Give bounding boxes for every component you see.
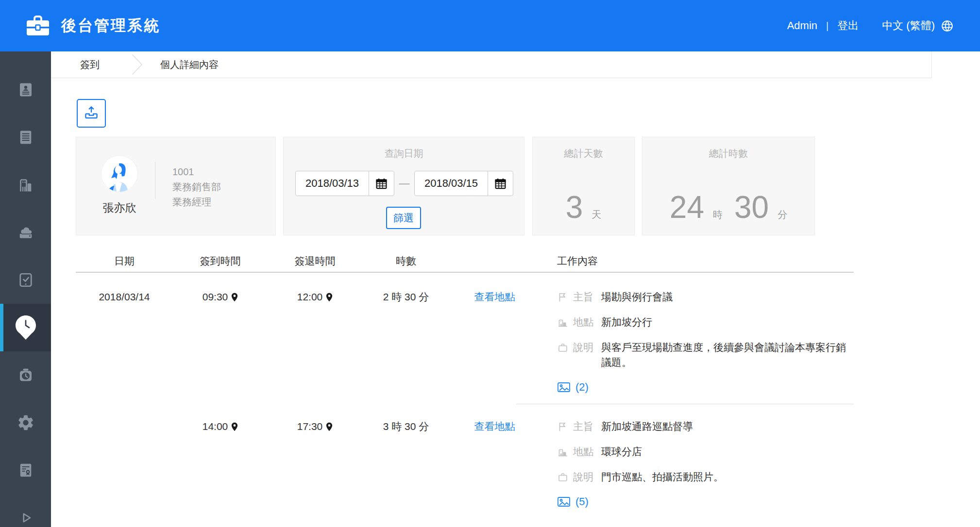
attendance-table: 日期 簽到時間 簽退時間 時數 工作內容 2018/03/14 09:30 12… <box>76 252 854 518</box>
employee-department: 業務銷售部 <box>172 180 221 195</box>
description-line: 說明 與客戶至現場勘查進度，後續參與會議討論本專案行銷議題。 <box>557 340 854 370</box>
end-date-input[interactable]: 2018/03/15 <box>414 171 513 196</box>
description-label: 說明 <box>573 469 594 484</box>
total-days-value-row: 3 天 <box>533 166 634 220</box>
calendar-icon <box>375 177 388 190</box>
total-days-unit: 天 <box>591 208 601 221</box>
avatar <box>101 156 137 192</box>
language-selector[interactable]: 中文 (繁體) <box>882 18 954 33</box>
location-pin-icon <box>326 293 333 302</box>
employee-title: 業務經理 <box>172 195 221 210</box>
end-date-value: 2018/03/15 <box>415 171 488 196</box>
row-date <box>76 419 173 434</box>
total-minutes-unit: 分 <box>777 208 787 221</box>
description-value: 門市巡點、拍攝活動照片。 <box>601 469 854 484</box>
row-hours: 3 時 30 分 <box>362 419 450 434</box>
photos-link[interactable]: (2) <box>557 380 854 394</box>
table-row: 14:00 17:30 3 時 30 分 查看地點 主旨 新加坡通路巡點督導 地… <box>76 404 854 518</box>
photo-count: (2) <box>575 381 589 394</box>
subject-line: 主旨 新加坡通路巡點督導 <box>557 419 854 434</box>
sidebar-item-media[interactable] <box>0 494 51 527</box>
profile-info: 1001 業務銷售部 業務經理 <box>172 165 221 210</box>
admin-user-link[interactable]: Admin <box>787 19 817 32</box>
branch-building-icon <box>557 316 569 328</box>
breadcrumb-item-current: 個人詳細內容 <box>160 58 219 71</box>
header-checkout: 簽退時間 <box>268 254 362 268</box>
checkin-pin-icon <box>15 315 37 340</box>
document-icon <box>17 129 34 146</box>
row-hours: 2 時 30 分 <box>362 289 450 304</box>
header-date: 日期 <box>76 254 173 268</box>
total-hours-unit: 時 <box>713 208 723 221</box>
date-range-separator: — <box>394 177 414 190</box>
total-minutes-value: 30 <box>734 192 769 223</box>
globe-icon <box>941 19 954 33</box>
topbar-right: Admin | 登出 中文 (繁體) <box>787 0 954 51</box>
photos-link[interactable]: (5) <box>557 495 854 509</box>
sidebar-item-document[interactable] <box>0 114 51 161</box>
row-checkout-time: 17:30 <box>268 419 362 434</box>
language-label: 中文 (繁體) <box>882 18 935 33</box>
total-days-card: 總計天數 3 天 <box>532 137 635 235</box>
sidebar-item-company[interactable] <box>0 161 51 209</box>
sidebar-nav <box>0 51 51 527</box>
sidebar-item-cloud-storage[interactable] <box>0 209 51 256</box>
briefcase-small-icon <box>557 471 569 483</box>
sidebar-item-certificate[interactable] <box>0 446 51 494</box>
profile-card: 張亦欣 1001 業務銷售部 業務經理 <box>76 137 276 235</box>
building-icon <box>17 176 34 194</box>
header-hours: 時數 <box>362 254 450 268</box>
calendar-icon <box>494 177 507 190</box>
breadcrumb: 簽到 個人詳細內容 <box>51 51 932 78</box>
location-label: 地點 <box>573 314 594 329</box>
export-icon <box>83 105 100 122</box>
description-label: 說明 <box>573 340 594 355</box>
location-value: 環球分店 <box>601 444 854 459</box>
top-bar: 後台管理系統 Admin | 登出 中文 (繁體) <box>0 0 980 51</box>
photo-icon <box>557 381 571 393</box>
employee-id: 1001 <box>172 165 221 180</box>
subject-value: 場勘與例行會議 <box>601 289 854 304</box>
total-hours-value-row: 24 時 30 分 <box>642 166 814 220</box>
total-hours-card: 總計時數 24 時 30 分 <box>642 137 815 235</box>
branch-building-icon <box>557 446 569 458</box>
start-date-calendar-button[interactable] <box>369 171 394 196</box>
app-title: 後台管理系統 <box>61 0 160 51</box>
row-checkin-time: 14:00 <box>173 419 268 434</box>
subject-label: 主旨 <box>573 419 594 434</box>
start-date-input[interactable]: 2018/03/13 <box>295 171 394 196</box>
export-button[interactable] <box>77 99 106 128</box>
photo-count: (5) <box>575 495 589 508</box>
row-date: 2018/03/14 <box>76 289 173 304</box>
sidebar-item-checkin[interactable] <box>0 304 51 351</box>
sidebar-item-id-card[interactable] <box>0 66 51 114</box>
table-row: 2018/03/14 09:30 12:00 2 時 30 分 查看地點 主旨 … <box>76 273 854 404</box>
row-checkout-time: 12:00 <box>268 289 362 304</box>
view-location-link[interactable]: 查看地點 <box>474 291 515 302</box>
location-value: 新加坡分行 <box>601 314 854 329</box>
topbar-separator: | <box>826 20 828 32</box>
description-value: 與客戶至現場勘查進度，後續參與會議討論本專案行銷議題。 <box>601 340 854 370</box>
work-content: 主旨 場勘與例行會議 地點 新加坡分行 說明 與客戶至現場勘查進度，後續參與會議… <box>557 289 854 394</box>
breadcrumb-chevron-icon <box>132 54 143 75</box>
settings-gear-icon <box>17 413 35 432</box>
filter-button[interactable]: 篩選 <box>386 207 421 229</box>
end-date-calendar-button[interactable] <box>488 171 513 196</box>
sidebar-item-attendance-clock[interactable] <box>0 351 51 399</box>
location-pin-icon <box>326 422 333 431</box>
query-date-card: 查詢日期 2018/03/13 — 2018/03/15 <box>283 137 524 235</box>
work-content: 主旨 新加坡通路巡點督導 地點 環球分店 說明 門市巡點、拍攝活動照片。 (5) <box>557 419 854 509</box>
id-card-icon <box>17 81 34 99</box>
total-days-value: 3 <box>566 192 583 223</box>
sidebar-item-settings[interactable] <box>0 399 51 446</box>
logout-link[interactable]: 登出 <box>837 18 859 33</box>
breadcrumb-item-checkin[interactable]: 簽到 <box>80 58 100 71</box>
certificate-icon <box>17 461 34 479</box>
total-hours-title: 總計時數 <box>642 147 814 160</box>
total-hours-value: 24 <box>670 192 704 223</box>
profile-divider <box>155 162 155 199</box>
view-location-link[interactable]: 查看地點 <box>474 421 515 432</box>
sidebar-item-tasks[interactable] <box>0 256 51 304</box>
briefcase-logo-icon <box>25 15 51 37</box>
subject-value: 新加坡通路巡點督導 <box>601 419 854 434</box>
